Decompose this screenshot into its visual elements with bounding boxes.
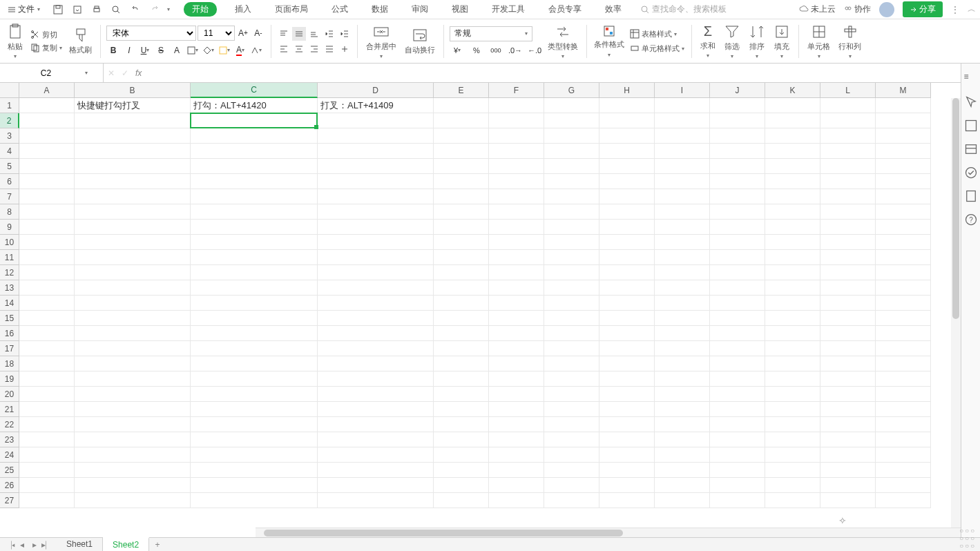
row-header-10[interactable]: 10 bbox=[0, 235, 19, 250]
menu-tab-9[interactable]: 效率 bbox=[599, 1, 627, 18]
menu-tab-1[interactable]: 插入 bbox=[229, 1, 257, 18]
col-header-L[interactable]: L bbox=[820, 83, 876, 98]
share-button[interactable]: 分享 bbox=[903, 1, 943, 17]
col-header-M[interactable]: M bbox=[876, 83, 931, 98]
row-header-1[interactable]: 1 bbox=[0, 98, 19, 113]
avatar[interactable] bbox=[879, 2, 894, 17]
print-icon[interactable] bbox=[90, 3, 104, 17]
menu-tab-5[interactable]: 审阅 bbox=[406, 1, 434, 18]
cond-format-button[interactable]: 条件格式▾ bbox=[593, 24, 626, 59]
align-center-button[interactable] bbox=[292, 42, 306, 56]
menu-tab-7[interactable]: 开发工具 bbox=[486, 1, 530, 18]
select-all-corner[interactable] bbox=[0, 83, 19, 98]
type-convert-button[interactable]: 类型转换▾ bbox=[545, 22, 581, 61]
row-header-17[interactable]: 17 bbox=[0, 341, 19, 356]
col-header-I[interactable]: I bbox=[655, 83, 710, 98]
copy-button[interactable]: 复制▾ bbox=[29, 42, 64, 54]
align-middle-button[interactable] bbox=[292, 27, 306, 41]
sheet-tab-Sheet2[interactable]: Sheet2 bbox=[103, 537, 149, 551]
col-header-A[interactable]: A bbox=[19, 83, 75, 98]
undo-icon[interactable] bbox=[128, 3, 142, 17]
indent-decrease-button[interactable] bbox=[323, 27, 336, 41]
collapse-ribbon-icon[interactable]: ︿ bbox=[968, 3, 976, 15]
horizontal-scrollbar[interactable] bbox=[256, 528, 961, 537]
typography-button[interactable]: A bbox=[170, 44, 184, 57]
sheet-last-icon[interactable]: ▸⎸ bbox=[41, 539, 52, 550]
row-header-26[interactable]: 26 bbox=[0, 478, 19, 493]
decrease-font-icon[interactable]: A- bbox=[251, 26, 265, 40]
col-header-K[interactable]: K bbox=[765, 83, 820, 98]
cell-border-button[interactable]: ▾ bbox=[218, 44, 231, 57]
row-header-3[interactable]: 3 bbox=[0, 128, 19, 144]
orientation-button[interactable] bbox=[338, 42, 352, 56]
bold-button[interactable]: B bbox=[106, 44, 120, 57]
align-left-button[interactable] bbox=[277, 42, 291, 56]
qa-more-icon[interactable]: ▾ bbox=[167, 6, 170, 12]
fill-button[interactable]: 填充▾ bbox=[771, 22, 793, 61]
percent-button[interactable]: % bbox=[469, 44, 484, 57]
merge-button[interactable]: 合并居中▾ bbox=[363, 22, 399, 61]
table-style-button[interactable]: 表格样式▾ bbox=[628, 28, 686, 40]
align-right-button[interactable] bbox=[307, 42, 321, 56]
col-header-J[interactable]: J bbox=[710, 83, 765, 98]
cell-D1[interactable]: 打叉：ALT+41409 bbox=[318, 98, 434, 113]
strike-button[interactable]: S bbox=[154, 44, 168, 57]
row-header-9[interactable]: 9 bbox=[0, 220, 19, 235]
redo-icon[interactable] bbox=[148, 3, 162, 17]
menu-tab-6[interactable]: 视图 bbox=[446, 1, 474, 18]
menu-tab-4[interactable]: 数据 bbox=[366, 1, 394, 18]
row-header-21[interactable]: 21 bbox=[0, 402, 19, 417]
preview-icon[interactable] bbox=[109, 3, 123, 17]
search-box[interactable]: 查找命令、搜索模板 bbox=[641, 3, 727, 15]
col-header-C[interactable]: C bbox=[191, 83, 318, 98]
sheet-prev-icon[interactable]: ◂ bbox=[17, 539, 28, 550]
row-header-23[interactable]: 23 bbox=[0, 432, 19, 447]
wrap-button[interactable]: 自动换行 bbox=[402, 26, 438, 57]
add-sheet-button[interactable]: + bbox=[149, 540, 166, 550]
rowcol-button[interactable]: 行和列▾ bbox=[836, 22, 864, 61]
menu-tab-0[interactable]: 开始 bbox=[184, 2, 217, 17]
row-header-4[interactable]: 4 bbox=[0, 144, 19, 159]
panel-icon[interactable] bbox=[964, 119, 978, 133]
chevron-down-icon[interactable]: ▾ bbox=[85, 70, 88, 76]
cell-button[interactable]: 单元格▾ bbox=[805, 22, 833, 61]
number-format-select[interactable]: 常规▾ bbox=[450, 26, 532, 41]
borders-button[interactable]: ▾ bbox=[186, 44, 200, 57]
cell-B1[interactable]: 快捷键打勾打叉 bbox=[75, 98, 191, 113]
row-header-5[interactable]: 5 bbox=[0, 159, 19, 174]
file-menu[interactable]: 文件 ▾ bbox=[4, 2, 44, 17]
align-top-button[interactable] bbox=[277, 27, 291, 41]
sheet-next-icon[interactable]: ▸ bbox=[29, 539, 40, 550]
font-color-button[interactable]: A▾ bbox=[233, 44, 247, 57]
format-painter-button[interactable]: 格式刷 bbox=[66, 26, 95, 57]
row-header-22[interactable]: 22 bbox=[0, 417, 19, 432]
cell-C1[interactable]: 打勾：ALT+41420 bbox=[191, 98, 318, 113]
row-header-2[interactable]: 2 bbox=[0, 113, 19, 128]
cells-area[interactable]: 快捷键打勾打叉打勾：ALT+41420打叉：ALT+41409 bbox=[19, 98, 931, 508]
row-header-13[interactable]: 13 bbox=[0, 280, 19, 296]
currency-button[interactable]: ¥▾ bbox=[450, 44, 465, 57]
increase-font-icon[interactable]: A+ bbox=[236, 26, 250, 40]
collab-button[interactable]: 协作 bbox=[844, 3, 871, 15]
indent-increase-button[interactable] bbox=[338, 27, 352, 41]
panel-collapse-icon[interactable]: ≡ bbox=[964, 72, 978, 86]
col-header-E[interactable]: E bbox=[434, 83, 489, 98]
col-header-G[interactable]: G bbox=[544, 83, 599, 98]
cell-style-button[interactable]: 单元格样式▾ bbox=[628, 43, 686, 55]
row-header-20[interactable]: 20 bbox=[0, 387, 19, 402]
align-bottom-button[interactable] bbox=[307, 27, 321, 41]
cloud-status[interactable]: 未上云 bbox=[799, 3, 836, 15]
scroll-thumb[interactable] bbox=[264, 530, 623, 536]
col-header-B[interactable]: B bbox=[75, 83, 191, 98]
cut-button[interactable]: 剪切 bbox=[29, 29, 64, 41]
sum-button[interactable]: Σ求和▾ bbox=[698, 22, 718, 60]
cancel-fx-icon[interactable]: ✕ bbox=[108, 68, 115, 78]
fx-icon[interactable]: fx bbox=[135, 68, 142, 78]
scroll-thumb[interactable] bbox=[952, 98, 959, 319]
col-header-D[interactable]: D bbox=[318, 83, 434, 98]
accept-fx-icon[interactable]: ✓ bbox=[122, 68, 128, 78]
row-header-25[interactable]: 25 bbox=[0, 463, 19, 478]
name-box-input[interactable] bbox=[12, 68, 81, 78]
help-icon[interactable]: ? bbox=[964, 213, 978, 226]
row-header-11[interactable]: 11 bbox=[0, 250, 19, 265]
